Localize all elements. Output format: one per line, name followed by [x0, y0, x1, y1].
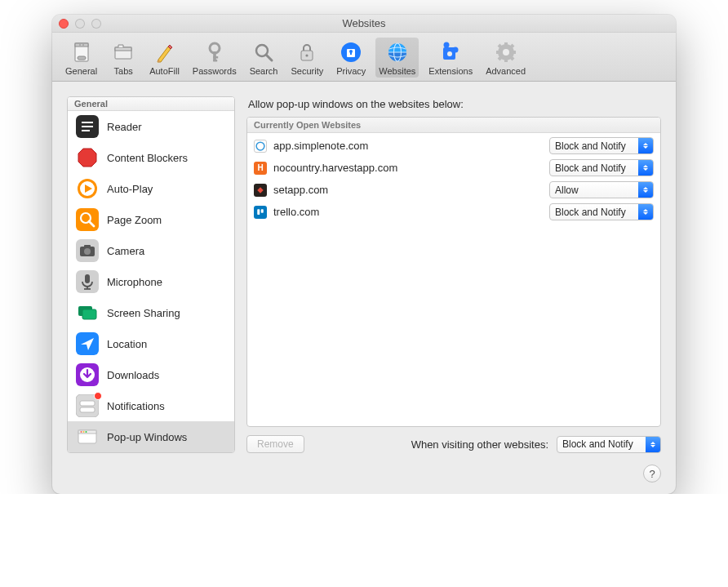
settings-detail-pane: Allow pop-up windows on the websites bel…: [246, 96, 661, 453]
site-domain: nocountry.harvestapp.com: [273, 162, 543, 174]
svg-point-67: [83, 431, 85, 433]
default-policy-label: When visiting other websites:: [411, 438, 548, 451]
extensions-icon: [438, 40, 463, 64]
policy-select[interactable]: Block and Notify: [549, 203, 654, 220]
site-favicon-trello: [254, 206, 267, 219]
policy-select[interactable]: Allow: [549, 181, 654, 198]
site-domain: setapp.com: [273, 184, 543, 196]
chevron-updown-icon: [638, 204, 653, 220]
table-column-header: Currently Open Websites: [247, 118, 660, 133]
svg-rect-62: [80, 401, 95, 406]
content-blockers-icon: [76, 146, 99, 169]
tab-tabs[interactable]: Tabs: [107, 38, 140, 78]
svg-point-68: [86, 431, 87, 433]
sidebar-item-content-blockers[interactable]: Content Blockers: [68, 142, 234, 173]
chevron-updown-icon: [638, 160, 653, 176]
pane-description: Allow pop-up windows on the websites bel…: [248, 98, 659, 110]
sidebar-item-screen-sharing[interactable]: Screen Sharing: [68, 297, 234, 328]
svg-point-14: [306, 54, 309, 56]
table-row[interactable]: app.simplenote.com Block and Notify: [247, 135, 660, 157]
maximize-button[interactable]: [91, 19, 101, 29]
tab-autofill[interactable]: AutoFill: [146, 38, 183, 78]
location-icon: [76, 332, 99, 355]
sidebar-list: Reader Content Blockers Auto-Play: [68, 111, 234, 452]
svg-rect-63: [80, 407, 95, 412]
websites-icon: [385, 40, 410, 64]
svg-rect-4: [78, 56, 86, 60]
tab-extensions[interactable]: Extensions: [425, 38, 476, 78]
tab-privacy[interactable]: Privacy: [333, 38, 369, 78]
sidebar-item-microphone[interactable]: Microphone: [68, 266, 234, 297]
toolbar-items: General Tabs AutoFill Passwords: [62, 38, 666, 78]
svg-rect-18: [350, 51, 352, 55]
table-row[interactable]: H nocountry.harvestapp.com Block and Not…: [247, 157, 660, 179]
tab-search[interactable]: Search: [246, 38, 282, 78]
preferences-toolbar: General Tabs AutoFill Passwords: [52, 33, 676, 82]
pane-footer: Remove When visiting other websites: Blo…: [246, 427, 661, 453]
reader-icon: [76, 115, 99, 138]
default-policy-select[interactable]: Block and Notify: [557, 436, 661, 453]
table-row[interactable]: setapp.com Allow: [247, 179, 660, 201]
remove-button[interactable]: Remove: [246, 435, 304, 453]
passwords-icon: [202, 40, 227, 64]
chevron-updown-icon: [638, 182, 653, 198]
close-button[interactable]: [59, 19, 69, 29]
settings-sidebar: General Reader Content Blockers: [67, 96, 235, 453]
page-zoom-icon: [76, 208, 99, 231]
svg-point-27: [503, 49, 509, 56]
autofill-icon: [152, 40, 176, 64]
titlebar: Websites: [52, 15, 676, 33]
tab-general[interactable]: General: [62, 38, 100, 78]
microphone-icon: [76, 270, 99, 293]
sidebar-item-page-zoom[interactable]: Page Zoom: [68, 204, 234, 235]
sidebar-item-location[interactable]: Location: [68, 328, 234, 359]
svg-line-12: [266, 55, 272, 60]
help-button[interactable]: ?: [643, 465, 661, 482]
table-rows: app.simplenote.com Block and Notify H no…: [247, 133, 660, 426]
tab-websites[interactable]: Websites: [375, 38, 419, 78]
tab-advanced[interactable]: Advanced: [482, 38, 529, 78]
svg-rect-56: [82, 309, 96, 319]
sidebar-item-notifications[interactable]: Notifications: [68, 390, 234, 421]
site-favicon-simplenote: [254, 140, 267, 153]
sidebar-item-auto-play[interactable]: Auto-Play: [68, 173, 234, 204]
policy-select[interactable]: Block and Notify: [549, 137, 654, 154]
svg-point-24: [444, 42, 450, 48]
privacy-icon: [339, 40, 363, 64]
sidebar-item-reader[interactable]: Reader: [68, 111, 234, 142]
svg-marker-40: [78, 149, 96, 167]
svg-line-35: [511, 45, 513, 47]
svg-point-2: [79, 44, 80, 45]
screen-sharing-icon: [76, 301, 99, 324]
sidebar-item-popup-windows[interactable]: Pop-up Windows: [68, 421, 234, 452]
svg-point-23: [453, 47, 459, 53]
auto-play-icon: [76, 177, 99, 200]
preferences-window: Websites General Tabs AutoFill: [52, 15, 676, 494]
websites-table: Currently Open Websites app.simplenote.c…: [246, 117, 661, 427]
svg-point-66: [81, 431, 82, 433]
tab-security[interactable]: Security: [287, 38, 326, 78]
help-row: ?: [52, 465, 676, 494]
policy-select[interactable]: Block and Notify: [549, 159, 654, 176]
table-row[interactable]: trello.com Block and Notify: [247, 201, 660, 223]
notifications-badge: [94, 392, 102, 400]
site-favicon-setapp: [254, 184, 267, 197]
svg-rect-71: [257, 209, 260, 215]
window-title: Websites: [52, 17, 676, 29]
sidebar-item-camera[interactable]: Camera: [68, 235, 234, 266]
svg-rect-50: [84, 245, 91, 247]
camera-icon: [76, 239, 99, 262]
content-area: General Reader Content Blockers: [52, 82, 676, 465]
tabs-icon: [111, 40, 135, 64]
svg-rect-9: [213, 56, 218, 59]
chevron-updown-icon: [638, 138, 653, 153]
svg-rect-52: [85, 274, 90, 283]
svg-rect-1: [75, 43, 88, 47]
tab-passwords[interactable]: Passwords: [189, 38, 240, 78]
svg-line-34: [499, 57, 501, 60]
minimize-button[interactable]: [75, 19, 85, 29]
svg-point-69: [256, 142, 264, 150]
sidebar-item-downloads[interactable]: Downloads: [68, 359, 234, 390]
svg-line-33: [511, 57, 513, 60]
window-controls: [59, 19, 101, 29]
